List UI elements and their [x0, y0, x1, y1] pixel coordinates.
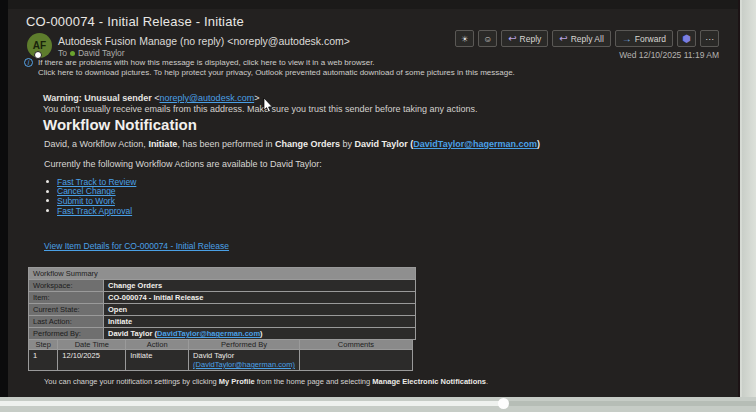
available-actions-line: Currently the following Workflow Actions… [44, 159, 322, 169]
outlook-info-banner: i If there are problems with how this me… [24, 58, 724, 78]
bullet-icon [46, 190, 49, 193]
seek-progress [0, 401, 503, 406]
right-edge-strip [742, 0, 756, 397]
history-performed-name: David Taylor [193, 351, 234, 360]
summary-value: CO-000074 - Initial Release [104, 292, 416, 304]
intro-action: Initiate [148, 139, 177, 149]
history-performed-by: David Taylor (DavidTaylor@hagerman.com) [189, 350, 300, 371]
banner-line2[interactable]: Click here to download pictures. To help… [38, 68, 724, 78]
table-row: Performed By: David Taylor (DavidTaylor@… [29, 328, 416, 340]
bullet-icon [46, 180, 49, 183]
more-options-button[interactable]: ⋯ [700, 30, 719, 47]
list-item: Submit to Work [46, 196, 136, 206]
workflow-action-list: Fast Track to Review Cancel Change Submi… [46, 177, 136, 215]
mouse-cursor-icon [263, 98, 274, 113]
left-edge-strip [0, 0, 8, 397]
summary-value: Change Orders [104, 280, 416, 292]
history-performed-email-link[interactable]: (DavidTaylor@hagerman.com) [193, 360, 295, 369]
recipient-line: To David Taylor [58, 48, 125, 58]
summary-label: Current State: [29, 304, 104, 316]
footer-my-profile: My Profile [219, 377, 255, 386]
more-icon: ⋯ [705, 34, 714, 44]
workflow-action-link[interactable]: Cancel Change [57, 186, 116, 196]
warning-sender-link[interactable]: noreply@autodesk.com [159, 93, 254, 103]
workflow-action-link[interactable]: Fast Track to Review [57, 177, 136, 187]
performed-close: ) [260, 329, 263, 338]
unusual-sender-subtext: You don't usually receive emails from th… [43, 104, 478, 114]
table-row: Last Action:Initiate [29, 316, 416, 328]
list-item: Cancel Change [46, 187, 136, 197]
bullet-icon [46, 199, 49, 202]
video-seek-bar[interactable] [0, 397, 756, 412]
view-item-details-link[interactable]: View Item Details for CO-000074 - Initia… [44, 241, 229, 251]
history-header-row: Step Date Time Action Performed By Comme… [29, 340, 413, 350]
unusual-sender-warning: Warning: Unusual sender <noreply@autodes… [43, 93, 259, 104]
reply-label: Reply [520, 34, 542, 44]
summary-value: Open [104, 304, 416, 316]
info-icon: i [24, 58, 33, 67]
footer-pre: You can change your notification setting… [44, 377, 219, 386]
email-subject: CO-000074 - Initial Release - Initiate [26, 14, 244, 29]
sender-address[interactable]: Autodesk Fusion Manage (no reply) <norep… [58, 35, 350, 47]
reply-all-button[interactable]: ↩ Reply All [552, 30, 610, 47]
bullet-icon [46, 209, 49, 212]
notification-settings-note: You can change your notification setting… [44, 377, 488, 386]
intro-name: David Taylor ( [355, 139, 414, 149]
col-header-action: Action [126, 340, 189, 350]
col-header-comments: Comments [299, 340, 412, 350]
workflow-summary-table: Workflow Summary Workspace:Change Orders… [28, 267, 416, 340]
workflow-history-table: Step Date Time Action Performed By Comme… [28, 339, 413, 371]
reply-all-label: Reply All [571, 34, 604, 44]
intro-workspace: Change Orders [275, 139, 340, 149]
pane-top-strip [8, 0, 738, 9]
emoji-reaction-button[interactable]: ☺ [478, 30, 497, 47]
forward-button[interactable]: → Forward [615, 30, 673, 47]
list-item: Fast Track to Review [46, 177, 136, 187]
intro-paragraph: David, a Workflow Action, Initiate, has … [44, 139, 540, 149]
workflow-action-link[interactable]: Fast Track Approval [57, 206, 132, 216]
recipient-presence-icon [70, 51, 75, 56]
performed-name: David Taylor ( [108, 329, 157, 338]
forward-label: Forward [635, 34, 666, 44]
history-step: 1 [29, 350, 58, 371]
table-row: Workspace:Change Orders [29, 280, 416, 292]
footer-end: . [486, 377, 488, 386]
history-action: Initiate [126, 350, 189, 371]
email-reading-pane: CO-000074 - Initial Release - Initiate A… [8, 0, 740, 397]
performed-email-link[interactable]: DavidTaylor@hagerman.com [157, 329, 260, 338]
col-header-step: Step [29, 340, 58, 350]
footer-mid: from the home page and selecting [255, 377, 373, 386]
summary-value: Initiate [104, 316, 416, 328]
history-date: 12/10/2025 [58, 350, 126, 371]
share-to-teams-button[interactable]: ⬢ [677, 30, 696, 47]
notification-title: Workflow Notification [43, 116, 197, 133]
summary-label: Last Action: [29, 316, 104, 328]
col-header-performed-by: Performed By [189, 340, 300, 350]
screenshot-root: CO-000074 - Initial Release - Initiate A… [0, 0, 756, 412]
summary-table-title: Workflow Summary [29, 268, 416, 280]
theme-sun-button[interactable]: ☀ [455, 30, 474, 47]
seek-handle[interactable] [498, 398, 509, 409]
history-comments [299, 350, 412, 371]
forward-icon: → [622, 34, 632, 44]
to-label: To [58, 48, 67, 58]
teams-icon: ⬢ [682, 34, 691, 44]
footer-manage-notifications: Manage Electronic Notifications [372, 377, 486, 386]
workflow-action-link[interactable]: Submit to Work [57, 196, 115, 206]
intro-mid: , has been performed in [177, 139, 275, 149]
warning-bold: Warning: Unusual sender [43, 93, 152, 103]
reply-button[interactable]: ↩ Reply [501, 30, 548, 47]
list-item: Fast Track Approval [46, 206, 136, 216]
intro-pre: David, a Workflow Action, [44, 139, 148, 149]
banner-line1[interactable]: If there are problems with how this mess… [38, 58, 375, 68]
recipient-name[interactable]: David Taylor [78, 48, 125, 58]
intro-email-link[interactable]: DavidTaylor@hagerman.com [413, 139, 537, 149]
message-action-bar: ☀ ☺ ↩ Reply ↩ Reply All → Forward ⬢ ⋯ [455, 30, 719, 47]
reply-all-icon: ↩ [559, 34, 567, 44]
table-row: Current State:Open [29, 304, 416, 316]
reply-icon: ↩ [508, 34, 516, 44]
emoji-icon: ☺ [483, 34, 492, 44]
intro-close: ) [537, 139, 540, 149]
sun-icon: ☀ [461, 34, 469, 44]
table-row: 1 12/10/2025 Initiate David Taylor (Davi… [29, 350, 413, 371]
